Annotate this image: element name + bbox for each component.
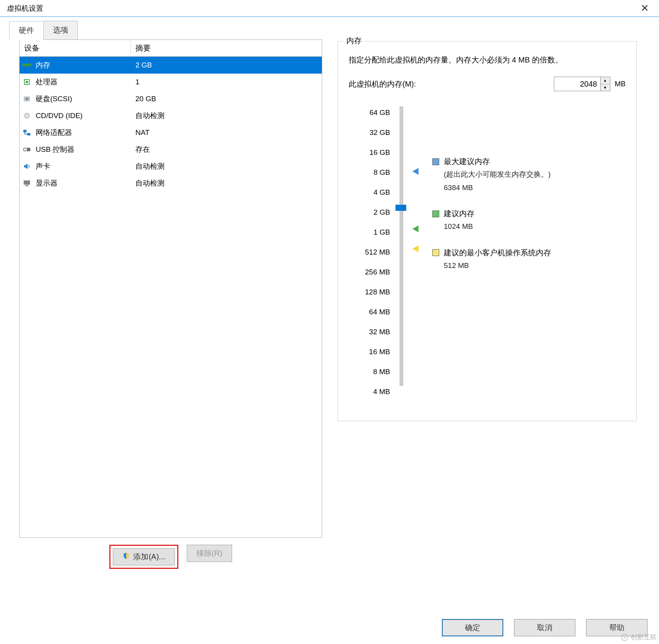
legend-max-title: 最大建议内存: [444, 156, 490, 167]
slider-tick-label: 16 GB: [349, 143, 394, 163]
slider-tick-label: 4 MB: [349, 382, 394, 402]
slider-thumb[interactable]: [395, 205, 406, 211]
slider-tick-label: 32 MB: [349, 322, 394, 342]
slider-tick-labels: 64 GB32 GB16 GB8 GB4 GB2 GB1 GB512 MB256…: [349, 103, 394, 402]
svg-rect-7: [26, 81, 28, 83]
slider-tick-label: 16 MB: [349, 342, 394, 362]
device-row-usb[interactable]: USB 控制器存在: [20, 141, 322, 158]
device-summary: 自动检测: [131, 161, 322, 171]
device-name: 硬盘(SCSI): [34, 94, 131, 104]
usb-icon: [20, 145, 34, 154]
header-device[interactable]: 设备: [20, 40, 131, 56]
device-row-cd[interactable]: CD/DVD (IDE)自动检测: [20, 107, 322, 124]
titlebar: 虚拟机设置 ✕: [0, 0, 659, 17]
device-name: 处理器: [34, 77, 131, 87]
cd-icon: [20, 112, 34, 120]
marker-max-icon: [412, 168, 418, 175]
svg-rect-0: [22, 64, 31, 66]
header-summary[interactable]: 摘要: [131, 40, 322, 56]
svg-point-11: [26, 115, 28, 117]
memory-unit: MB: [615, 80, 626, 88]
memory-group-label: 内存: [343, 36, 365, 46]
svg-point-19: [621, 634, 628, 641]
memory-spinner[interactable]: ▲ ▼: [554, 77, 610, 91]
memory-group: 内存 指定分配给此虚拟机的内存量。内存大小必须为 4 MB 的倍数。 此虚拟机的…: [338, 41, 637, 421]
device-row-cpu[interactable]: 处理器1: [20, 74, 322, 90]
legend-min-title: 建议的最小客户机操作系统内存: [444, 248, 551, 258]
device-header: 设备 摘要: [20, 40, 322, 57]
svg-rect-4: [28, 66, 28, 67]
slider-tick-label: 4 GB: [349, 182, 394, 202]
net-icon: [20, 128, 34, 137]
device-name: 声卡: [34, 161, 131, 171]
watermark: 创新互联: [621, 633, 657, 642]
device-row-hdd[interactable]: 硬盘(SCSI)20 GB: [20, 90, 322, 107]
marker-min-icon: [412, 245, 418, 252]
legend-max-value: 6384 MB: [444, 182, 626, 194]
marker-recommended-icon: [412, 225, 418, 232]
slider-tick-label: 32 GB: [349, 123, 394, 143]
device-row-memory[interactable]: 内存2 GB: [20, 57, 322, 74]
tab-options[interactable]: 选项: [44, 21, 78, 39]
memory-description: 指定分配给此虚拟机的内存量。内存大小必须为 4 MB 的倍数。: [349, 54, 626, 66]
memory-input-label: 此虚拟机的内存(M):: [349, 79, 416, 89]
sound-icon: [20, 162, 34, 171]
add-button-label: 添加(A)...: [133, 552, 165, 562]
device-summary: 2 GB: [131, 61, 322, 69]
device-summary: 自动检测: [131, 178, 322, 188]
hdd-icon: [20, 95, 34, 103]
slider-tick-label: 64 MB: [349, 302, 394, 322]
svg-point-9: [25, 97, 28, 100]
device-name: USB 控制器: [34, 145, 131, 154]
ok-button[interactable]: 确定: [442, 619, 503, 636]
slider-tick-label: 256 MB: [349, 262, 394, 282]
display-icon: [20, 179, 34, 187]
device-summary: 1: [131, 78, 322, 86]
memory-input[interactable]: [554, 77, 600, 91]
spinner-down-icon[interactable]: ▼: [601, 84, 610, 91]
svg-rect-1: [23, 66, 24, 67]
spinner-up-icon[interactable]: ▲: [601, 77, 610, 84]
svg-rect-16: [24, 181, 30, 185]
legend-rec-title: 建议内存: [444, 209, 474, 219]
tab-hardware[interactable]: 硬件: [9, 21, 44, 40]
close-icon[interactable]: ✕: [636, 2, 654, 14]
remove-button: 移除(R): [187, 545, 232, 562]
dialog-buttons: 确定 取消 帮助: [442, 619, 647, 636]
device-name: 内存: [34, 60, 131, 70]
legend-max-sub: (超出此大小可能发生内存交换。): [444, 169, 626, 180]
slider-tick-label: 8 MB: [349, 362, 394, 382]
device-name: CD/DVD (IDE): [34, 112, 131, 120]
slider-tick-label: 1 GB: [349, 222, 394, 242]
svg-rect-13: [27, 133, 30, 135]
legend-rec-value: 1024 MB: [444, 221, 626, 232]
device-summary: 自动检测: [131, 111, 322, 121]
svg-rect-18: [25, 186, 28, 186]
shield-icon: [122, 552, 130, 562]
svg-rect-5: [29, 66, 30, 67]
slider-tick-label: 128 MB: [349, 282, 394, 302]
memory-slider[interactable]: [394, 103, 409, 402]
add-button[interactable]: 添加(A)...: [113, 548, 175, 565]
slider-tick-label: 8 GB: [349, 163, 394, 182]
cancel-button[interactable]: 取消: [514, 619, 575, 636]
device-row-display[interactable]: 显示器自动检测: [20, 175, 322, 192]
legend-min-value: 512 MB: [444, 260, 626, 271]
slider-markers: [409, 103, 428, 402]
remove-button-label: 移除(R): [196, 548, 222, 559]
device-list: 设备 摘要 内存2 GB处理器1硬盘(SCSI)20 GBCD/DVD (IDE…: [19, 39, 322, 538]
slider-tick-label: 2 GB: [349, 202, 394, 222]
device-summary: NAT: [131, 128, 322, 137]
device-name: 显示器: [34, 178, 131, 188]
cpu-icon: [20, 78, 34, 86]
tabs: 硬件 选项: [9, 21, 659, 39]
device-row-net[interactable]: 网络适配器NAT: [20, 124, 322, 141]
legend-rec-box-icon: [432, 210, 439, 217]
device-name: 网络适配器: [34, 128, 131, 138]
device-row-sound[interactable]: 声卡自动检测: [20, 158, 322, 175]
svg-rect-12: [23, 130, 26, 132]
svg-rect-2: [25, 66, 25, 67]
device-summary: 20 GB: [131, 95, 322, 103]
legend-min-box-icon: [432, 249, 439, 256]
slider-tick-label: 64 GB: [349, 103, 394, 123]
